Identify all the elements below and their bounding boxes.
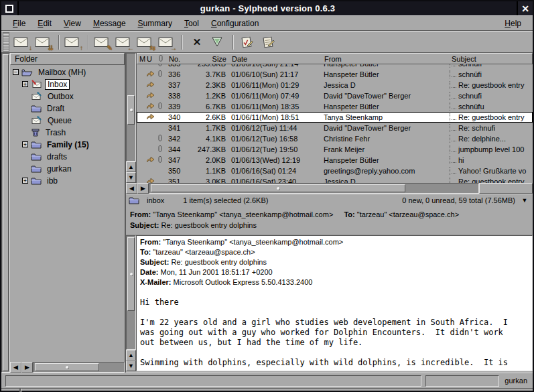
- collapse-icon[interactable]: −: [13, 69, 19, 75]
- send-queued-button[interactable]: ↑: [64, 33, 84, 51]
- message-row-340[interactable]: 3402.6KB01/06/11(Mon) 18:51Tanya Steenka…: [137, 112, 533, 123]
- popup-menu-icon[interactable]: ▼: [519, 196, 530, 205]
- menu-message[interactable]: Message: [87, 17, 132, 29]
- list-vscrollbar-thumb[interactable]: [127, 95, 135, 125]
- col-attachment-header[interactable]: [158, 54, 169, 64]
- reply-button[interactable]: ←: [115, 33, 135, 51]
- forwarded-icon: [146, 103, 155, 109]
- close-icon[interactable]: ✕: [517, 1, 533, 15]
- folder-hscrollbar[interactable]: ◀ ▶: [10, 362, 125, 373]
- col-mark-header[interactable]: M: [137, 55, 147, 63]
- delete-icon: ✕: [193, 36, 202, 48]
- message-list-header[interactable]: MUNo.SizeDateFromSubject: [137, 53, 533, 64]
- attachment-cell: [157, 102, 168, 111]
- menu-summary[interactable]: Summary: [132, 17, 178, 29]
- message-row-335[interactable]: 335255.0KB01/06/10(Sun) 21:14Hanspeter B…: [137, 64, 533, 69]
- col-number-header[interactable]: No.: [169, 55, 193, 63]
- account-prefs-button[interactable]: [259, 33, 279, 51]
- list-hscrollbar-thumb[interactable]: [151, 184, 405, 192]
- expand-icon[interactable]: +: [22, 81, 28, 87]
- menu-configuration[interactable]: Configuration: [205, 17, 265, 29]
- col-unread-header[interactable]: U: [147, 55, 158, 63]
- current-account-label[interactable]: gurkan: [503, 377, 529, 385]
- folder-item-inbox[interactable]: +Inbox: [22, 79, 125, 89]
- message-row-342[interactable]: 3424.1KB01/06/12(Tue) 16:58Christine Feh…: [137, 133, 533, 144]
- folder-hscrollbar-thumb[interactable]: [35, 363, 99, 371]
- message-row-350[interactable]: 3501.1KB01/06/16(Sat) 01:24greetings@rep…: [137, 166, 533, 176]
- message-body[interactable]: From: "Tanya Steenkamp" <tanya_steenkamp…: [136, 235, 533, 371]
- message-row-339[interactable]: 3396.7KB01/06/11(Mon) 18:35Hanspeter Büt…: [137, 101, 533, 112]
- forwarded-icon: [146, 81, 155, 88]
- execute-button[interactable]: [208, 33, 228, 51]
- folder-item-queue[interactable]: Queue: [22, 115, 125, 125]
- menu-edit[interactable]: Edit: [31, 17, 58, 29]
- window-bottom-border[interactable]: [1, 388, 533, 392]
- compose-button[interactable]: ✎: [93, 33, 113, 51]
- folder-item-outbox[interactable]: Outbox: [22, 91, 125, 101]
- col-from-header[interactable]: From: [324, 55, 450, 63]
- message-row-338[interactable]: 3381.2KB01/06/11(Mon) 07:49David "DaveTo…: [137, 90, 533, 101]
- scroll-right-icon[interactable]: ▶: [21, 362, 33, 373]
- number-cell: 347: [168, 156, 192, 164]
- number-cell: 337: [168, 81, 192, 89]
- status-cell: [146, 178, 157, 183]
- folder-vscrollbar[interactable]: [1, 53, 10, 373]
- attachment-cell: [157, 134, 168, 143]
- message-row-347[interactable]: 3472.0KB01/06/13(Wed) 12:19Hanspeter Büt…: [137, 155, 533, 166]
- reply-all-button[interactable]: ⇆: [136, 33, 156, 51]
- scroll-left-icon[interactable]: ◀: [126, 183, 137, 194]
- subject-cell: hi: [450, 156, 533, 164]
- message-list: MUNo.SizeDateFromSubject 335255.0KB01/06…: [136, 53, 533, 183]
- message-vscrollbar-thumb[interactable]: [127, 237, 135, 311]
- expand-icon[interactable]: +: [22, 141, 28, 147]
- scroll-up-icon[interactable]: ▲: [126, 161, 136, 172]
- get-mail-button[interactable]: ↓: [13, 33, 33, 51]
- size-cell: 2.0KB: [192, 156, 228, 164]
- message-vscrollbar[interactable]: ▲ ▼: [126, 235, 136, 371]
- col-date-header[interactable]: Date: [229, 55, 324, 63]
- folder-item-draft[interactable]: Draft: [22, 103, 125, 113]
- titlebar[interactable]: gurkan - Sylpheed version 0.6.3 ✕: [1, 1, 533, 15]
- folder-item-mailbox-mh[interactable]: −Mailbox (MH): [13, 67, 125, 77]
- menu-help[interactable]: Help: [498, 17, 527, 29]
- subject-cell: Re: schnufi: [450, 124, 533, 132]
- size-cell: 3.0KB: [192, 178, 228, 183]
- message-row-351[interactable]: 3513.0KB01/06/16(Sat) 23:40Jessica DRe: …: [137, 176, 533, 183]
- scroll-right-icon[interactable]: ▶: [137, 183, 149, 194]
- folder-item-ibb[interactable]: +ibb: [22, 176, 125, 186]
- menu-tool[interactable]: Tool: [178, 17, 205, 29]
- delete-button[interactable]: ✕: [187, 33, 207, 51]
- get-all-mail-button[interactable]: ⇊: [34, 33, 54, 51]
- folder-item-drafts[interactable]: drafts: [22, 151, 125, 161]
- menu-file[interactable]: File: [7, 17, 31, 29]
- message-row-341[interactable]: 3411.7KB01/06/12(Tue) 11:44David "DaveTo…: [137, 123, 533, 133]
- col-size-header[interactable]: Size: [193, 55, 229, 63]
- list-statusbar: inbox 1 item(s) selected (2.6KB) 0 new, …: [126, 194, 533, 206]
- message-row-336[interactable]: 3363.7KB01/06/10(Sun) 21:17Hanspeter Büt…: [137, 69, 533, 80]
- paperclip-icon: [157, 155, 163, 164]
- forward-button[interactable]: →: [157, 33, 178, 51]
- folder-vscrollbar-thumb[interactable]: [3, 54, 9, 371]
- common-prefs-button[interactable]: [238, 33, 258, 51]
- menu-view[interactable]: View: [58, 17, 87, 29]
- scroll-left-icon[interactable]: ◀: [10, 362, 21, 373]
- scroll-down-icon[interactable]: ▼: [126, 361, 136, 371]
- list-hscrollbar[interactable]: ◀ ▶: [126, 183, 533, 194]
- folder-label: ibb: [45, 176, 60, 186]
- message-row-344[interactable]: 344247.3KB01/06/12(Tue) 19:50Frank Meije…: [137, 144, 533, 155]
- scroll-up-icon[interactable]: ▲: [126, 350, 136, 361]
- toolbar-grip-handle[interactable]: [3, 32, 9, 52]
- folder-item-family-15[interactable]: +Family (15): [22, 139, 125, 149]
- folder-item-gurkan[interactable]: gurkan: [22, 164, 125, 174]
- list-vscrollbar[interactable]: ▲ ▼: [126, 53, 136, 183]
- folder-item-trash[interactable]: Trash: [22, 127, 125, 137]
- col-subject-header[interactable]: Subject: [450, 55, 532, 63]
- folder-label: Outbox: [46, 92, 76, 101]
- expand-icon[interactable]: +: [22, 178, 28, 184]
- folder-tree: −Mailbox (MH)+InboxOutboxDraftQueueTrash…: [10, 65, 125, 362]
- scroll-down-icon[interactable]: ▼: [126, 172, 136, 183]
- message-row-337[interactable]: 3372.3KB01/06/11(Mon) 01:29Jessica DRe: …: [137, 80, 533, 90]
- toolbar-separator: [88, 35, 89, 50]
- window-menu-button[interactable]: [1, 1, 19, 15]
- folder-pane-header[interactable]: Folder: [10, 53, 125, 65]
